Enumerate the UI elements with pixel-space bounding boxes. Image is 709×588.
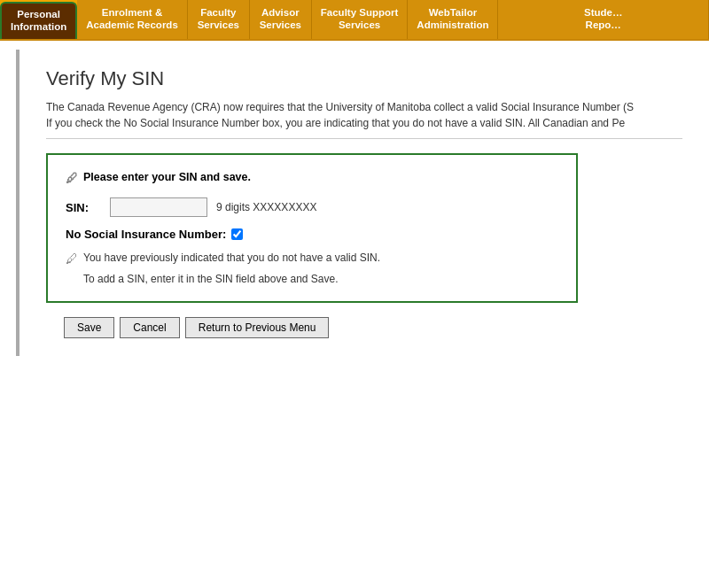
nav-label-enrolment: Enrolment & Academic Records	[86, 7, 178, 32]
nav-label-faculty-services: Faculty Services	[198, 7, 239, 32]
hint-text: Please enter your SIN and save.	[83, 171, 251, 183]
nav-item-student-reports[interactable]: Stude… Repo…	[498, 0, 709, 39]
main-content-area: Verify My SIN The Canada Revenue Agency …	[19, 50, 709, 356]
no-sin-checkbox[interactable]	[231, 228, 243, 240]
previously-indicated-row: 🖊 You have previously indicated that you…	[66, 251, 558, 266]
nav-item-personal-information[interactable]: Personal Information	[0, 2, 77, 39]
info-icon: 🖊	[66, 251, 78, 266]
sin-label: SIN:	[66, 201, 101, 214]
save-button[interactable]: Save	[64, 317, 114, 338]
nav-items-container: Personal Information Enrolment & Academi…	[0, 0, 709, 41]
nav-item-enrolment[interactable]: Enrolment & Academic Records	[77, 0, 188, 39]
nav-item-faculty-support[interactable]: Faculty Support Services	[312, 0, 409, 39]
nav-label-student-reports: Stude… Repo…	[584, 7, 622, 32]
hint-icon: 🖊	[66, 171, 78, 185]
to-add-text: To add a SIN, enter it in the SIN field …	[83, 273, 339, 285]
nav-label-webtailor: WebTailor Administration	[417, 7, 488, 32]
sin-input[interactable]	[110, 197, 207, 217]
cancel-button[interactable]: Cancel	[120, 317, 179, 338]
return-to-previous-menu-button[interactable]: Return to Previous Menu	[185, 317, 330, 338]
description-line2: If you check the No Social Insurance Num…	[46, 117, 682, 129]
nav-item-webtailor[interactable]: WebTailor Administration	[408, 0, 498, 39]
no-sin-checkbox-row: No Social Insurance Number:	[66, 228, 558, 241]
navigation-bar: Personal Information Enrolment & Academi…	[0, 0, 709, 41]
button-row: Save Cancel Return to Previous Menu	[64, 317, 682, 338]
nav-label-faculty-support: Faculty Support Services	[321, 7, 399, 32]
hint-row: 🖊 Please enter your SIN and save.	[66, 171, 558, 185]
sin-form-box: 🖊 Please enter your SIN and save. SIN: 9…	[46, 153, 578, 303]
nav-label-advisor-services: Advisor Services	[260, 7, 301, 32]
sin-field-row: SIN: 9 digits XXXXXXXXX	[66, 197, 558, 217]
description-line1: The Canada Revenue Agency (CRA) now requ…	[46, 101, 682, 113]
description-area: The Canada Revenue Agency (CRA) now requ…	[46, 101, 682, 139]
sin-digits-hint: 9 digits XXXXXXXXX	[216, 201, 316, 213]
nav-item-faculty-services[interactable]: Faculty Services	[188, 0, 250, 39]
nav-item-advisor-services[interactable]: Advisor Services	[250, 0, 312, 39]
previously-indicated-text: You have previously indicated that you d…	[83, 251, 380, 264]
nav-label-personal-information: Personal Information	[11, 9, 66, 34]
no-sin-label: No Social Insurance Number:	[66, 228, 226, 241]
page-title: Verify My SIN	[46, 67, 682, 90]
to-add-sin-row: To add a SIN, enter it in the SIN field …	[83, 273, 558, 285]
